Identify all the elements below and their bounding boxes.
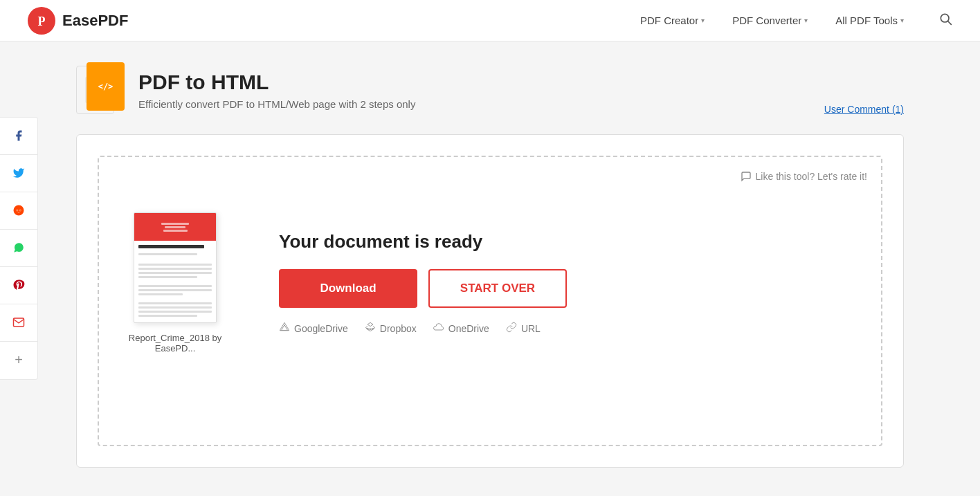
google-drive-icon xyxy=(279,322,290,336)
svg-line-3 xyxy=(948,21,952,25)
content-area: Report_Crime_2018 by EasePD... Your docu… xyxy=(127,212,853,353)
doc-title-line xyxy=(138,245,204,248)
chat-icon xyxy=(741,171,752,182)
page-title: PDF to HTML xyxy=(138,71,415,94)
ready-text: Your document is ready xyxy=(279,231,853,252)
dropbox-option[interactable]: Dropbox xyxy=(365,322,417,336)
more-share-button[interactable]: + xyxy=(0,342,37,379)
email-share-button[interactable] xyxy=(0,304,37,342)
download-button[interactable]: Download xyxy=(279,269,417,308)
nav-pdf-creator[interactable]: PDF Creator ▾ xyxy=(640,15,705,26)
search-icon[interactable] xyxy=(938,12,952,29)
document-preview: Report_Crime_2018 by EasePD... xyxy=(127,212,224,353)
action-buttons: Download START OVER xyxy=(279,269,853,308)
onedrive-icon xyxy=(433,322,444,336)
dropbox-icon xyxy=(365,322,376,336)
conversion-card: Like this tool? Let's rate it! xyxy=(76,134,904,468)
rate-tool-link[interactable]: Like this tool? Let's rate it! xyxy=(741,171,867,182)
logo-area: P EasePDF xyxy=(28,7,128,35)
rate-link-text: Like this tool? Let's rate it! xyxy=(756,171,867,182)
page-title-area: PDF to HTML Efficiently convert PDF to H… xyxy=(138,71,415,110)
url-icon xyxy=(506,322,517,336)
action-area: Your document is ready Download START OV… xyxy=(279,231,853,336)
whatsapp-share-button[interactable] xyxy=(0,230,37,267)
page-header-left: PDF </> PDF to HTML Efficiently convert … xyxy=(76,62,415,118)
nav-all-pdf-tools[interactable]: All PDF Tools ▾ xyxy=(835,15,904,26)
cloud-options: GoogleDrive Dropbox OneDri xyxy=(279,322,853,336)
pinterest-share-button[interactable] xyxy=(0,267,37,304)
google-drive-label: GoogleDrive xyxy=(294,323,348,334)
pdf-converter-chevron: ▾ xyxy=(804,17,808,24)
easepdf-logo-icon: P xyxy=(28,7,55,35)
html-file-icon: </> xyxy=(87,62,125,111)
logo-text: EasePDF xyxy=(62,12,128,30)
main-nav: PDF Creator ▾ PDF Converter ▾ All PDF To… xyxy=(640,12,952,29)
doc-thumbnail xyxy=(134,212,217,323)
url-label: URL xyxy=(521,323,541,334)
onedrive-option[interactable]: OneDrive xyxy=(433,322,489,336)
twitter-share-button[interactable] xyxy=(0,155,37,192)
social-sidebar: + xyxy=(0,117,38,380)
pdf-creator-chevron: ▾ xyxy=(701,17,705,24)
facebook-share-button[interactable] xyxy=(0,118,37,155)
file-icon-area: PDF </> xyxy=(76,62,125,118)
url-option[interactable]: URL xyxy=(506,322,541,336)
nav-pdf-converter[interactable]: PDF Converter ▾ xyxy=(732,15,808,26)
page-header: PDF </> PDF to HTML Efficiently convert … xyxy=(76,62,904,118)
onedrive-label: OneDrive xyxy=(448,323,489,334)
doc-body xyxy=(134,241,216,321)
main-content: PDF </> PDF to HTML Efficiently convert … xyxy=(0,42,980,495)
reddit-share-button[interactable] xyxy=(0,192,37,230)
svg-point-4 xyxy=(14,205,24,216)
conversion-inner: Like this tool? Let's rate it! xyxy=(98,156,882,446)
svg-text:P: P xyxy=(38,15,46,28)
user-comment-link[interactable]: User Comment (1) xyxy=(824,104,904,118)
google-drive-option[interactable]: GoogleDrive xyxy=(279,322,348,336)
dropbox-label: Dropbox xyxy=(380,323,417,334)
all-pdf-tools-chevron: ▾ xyxy=(900,17,904,24)
header: P EasePDF PDF Creator ▾ PDF Converter ▾ … xyxy=(0,0,980,42)
doc-filename: Report_Crime_2018 by EasePD... xyxy=(127,333,224,353)
page-subtitle: Efficiently convert PDF to HTML/Web page… xyxy=(138,98,415,110)
doc-header-red xyxy=(134,213,216,241)
start-over-button[interactable]: START OVER xyxy=(428,269,567,308)
